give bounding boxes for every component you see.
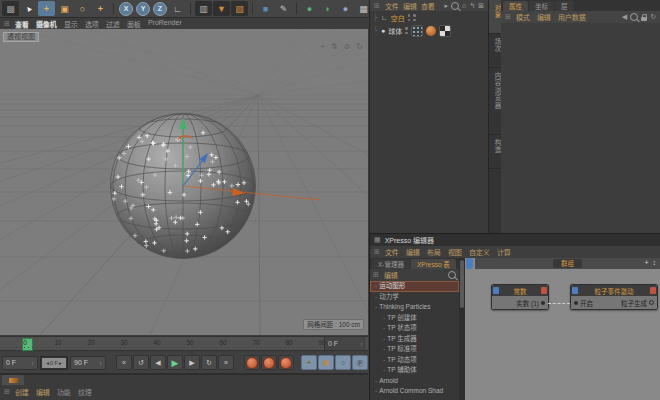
render-dots[interactable]	[413, 14, 416, 21]
materials-tab[interactable]	[2, 375, 24, 385]
home-icon[interactable]: ⌂	[462, 2, 466, 9]
render-settings-button[interactable]: ▧	[231, 1, 248, 16]
search-icon[interactable]	[630, 13, 638, 21]
move-tool-icon[interactable]: +	[38, 1, 55, 16]
menu-item-1[interactable]: 摄像机	[36, 19, 57, 29]
menu-item-5[interactable]: 计算	[497, 247, 511, 257]
panel-grip-icon[interactable]: ⊞	[505, 13, 511, 21]
object-row-null[interactable]: ├ ∟ 空白	[370, 11, 488, 24]
search-icon[interactable]	[448, 271, 456, 279]
lock-icon[interactable]	[641, 17, 647, 21]
step-forward-button[interactable]: ▶	[184, 355, 200, 370]
path-bar-icon[interactable]: ⊠	[478, 2, 484, 10]
rotate-camera-icon[interactable]: ↻	[356, 42, 363, 51]
input-port[interactable]	[574, 301, 578, 305]
menu-item-4[interactable]: 过滤	[106, 19, 120, 29]
play-reverse-button[interactable]: ↺	[133, 355, 149, 370]
z-axis-lock-button[interactable]: Z	[153, 2, 167, 16]
autokeying-button[interactable]	[261, 355, 277, 370]
node-output-corner[interactable]	[541, 287, 547, 294]
tree-item[interactable]: -TP 生成器	[370, 334, 459, 345]
menu-item-0[interactable]: 查看	[15, 19, 29, 29]
selection-tag-icon[interactable]	[439, 25, 451, 37]
menu-item-2[interactable]: 布局	[427, 247, 441, 257]
current-frame-field[interactable]: 0 F↕	[324, 337, 366, 350]
add-cube-button[interactable]: ■	[257, 1, 274, 16]
particle-event-node[interactable]: 粒子事件激动 开启 粒子生成	[570, 284, 658, 310]
group-input-port[interactable]	[466, 258, 473, 269]
menu-item-2[interactable]: 显示	[64, 19, 78, 29]
shader-menu-button[interactable]: ●	[337, 1, 354, 16]
menu-item-4[interactable]: 自定义	[469, 247, 490, 257]
zoom-camera-icon[interactable]: ⊘	[344, 42, 351, 51]
tab-2[interactable]: 层	[555, 1, 574, 11]
end-frame-field[interactable]: 90 F↕	[70, 356, 106, 370]
node-connection[interactable]	[548, 303, 570, 304]
texture-tag-icon[interactable]	[426, 26, 436, 36]
group-title[interactable]: 群组	[553, 259, 582, 268]
pan-camera-icon[interactable]: +	[320, 42, 325, 51]
loop-mode-button[interactable]: ↻	[201, 355, 217, 370]
render-menu-button[interactable]: ▼	[213, 1, 230, 16]
menu-item-3[interactable]: 视图	[448, 247, 462, 257]
pen-tool-button[interactable]: ✎	[275, 1, 292, 16]
tree-item[interactable]: -动力学	[370, 292, 459, 303]
tree-item[interactable]: -Arnold	[370, 376, 459, 387]
simulate-menu-button[interactable]: ◗	[319, 1, 336, 16]
group-header[interactable]: 群组	[475, 258, 660, 269]
y-axis-lock-button[interactable]: Y	[136, 2, 150, 16]
scale-tool-icon[interactable]: ▣	[56, 1, 73, 16]
record-keyframe-button[interactable]	[244, 355, 260, 370]
tree-item[interactable]: -Arnold Common Shad	[370, 386, 459, 397]
panel-grip-icon[interactable]: ⊞	[374, 2, 380, 10]
object-name[interactable]: 球体	[388, 26, 402, 36]
keyframe-options-button[interactable]	[278, 355, 294, 370]
panel-grip-icon[interactable]: ⊞	[4, 388, 10, 396]
timeline-ruler[interactable]: 0 F↕ 0102030405060708090	[0, 336, 368, 351]
menu-item-5[interactable]: 面板	[127, 19, 141, 29]
perspective-viewport[interactable]: 透视视图 +⇅⊘↻ 网格间距 : 100 cm	[0, 29, 368, 335]
menu-item-2[interactable]: 功能	[57, 387, 71, 397]
node-output-corner[interactable]	[650, 287, 656, 294]
play-button[interactable]: ▶	[167, 355, 183, 370]
rotate-tool-icon[interactable]: ○	[74, 1, 91, 16]
menu-item-2[interactable]: 查看	[421, 1, 435, 11]
render-view-button[interactable]: ▥	[195, 1, 212, 16]
menu-item-3[interactable]: 纹理	[78, 387, 92, 397]
tree-item[interactable]: -TP 动态项	[370, 355, 459, 366]
tab-0[interactable]: X-管理器	[372, 259, 410, 269]
goto-start-button[interactable]: «	[116, 355, 132, 370]
start-frame-field[interactable]: 0 F↕	[2, 356, 38, 370]
object-name[interactable]: 空白	[391, 13, 405, 23]
tree-item[interactable]: -TP 创建体	[370, 313, 459, 324]
tab-0[interactable]: 属性	[503, 1, 528, 11]
constant-node[interactable]: 常数 实数 (1)	[491, 284, 549, 310]
menu-item-1[interactable]: 编辑	[36, 387, 50, 397]
tree-item[interactable]: -TP 状态项	[370, 323, 459, 334]
menu-item-2[interactable]: 用户数据	[558, 12, 586, 22]
tab-1[interactable]: 坐标	[529, 1, 554, 11]
node-input-corner[interactable]	[572, 287, 578, 294]
viewport-canvas[interactable]	[0, 29, 368, 335]
panel-grip-icon[interactable]: ⊞	[373, 271, 379, 279]
menu-item-1[interactable]: 编辑	[537, 12, 551, 22]
tree-item[interactable]: -TP 标准项	[370, 344, 459, 355]
output-port[interactable]	[541, 301, 545, 305]
menu-item-6[interactable]: ProRender	[148, 19, 182, 29]
visibility-dots[interactable]	[408, 14, 411, 21]
parent-up-icon[interactable]: ↰	[469, 2, 475, 10]
last-tool-icon[interactable]: +	[92, 1, 109, 16]
snap-tool-icon[interactable]: ▩	[2, 1, 19, 16]
menu-item-3[interactable]: 选项	[85, 19, 99, 29]
visibility-dots[interactable]	[405, 27, 408, 34]
menu-item-0[interactable]: 编辑	[384, 270, 398, 280]
node-canvas[interactable]: 群组 +↕ 常数 实数 (1)	[465, 258, 660, 400]
object-row-sphere[interactable]: └ ● 球体	[370, 24, 488, 37]
selection-cursor-icon[interactable]: ▲	[17, 0, 40, 20]
back-icon[interactable]: ◀	[622, 13, 627, 21]
tree-item[interactable]: -运动图形	[370, 281, 459, 292]
step-back-button[interactable]: ◀	[150, 355, 166, 370]
menu-item-0[interactable]: 文件	[385, 247, 399, 257]
coordinate-system-button[interactable]: ∟	[169, 1, 186, 16]
node-input-corner[interactable]	[493, 287, 499, 294]
